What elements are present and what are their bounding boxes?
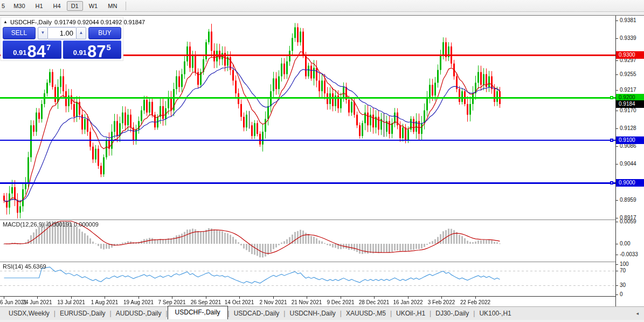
indicator-axis-tick: -0.0033 xyxy=(620,251,638,257)
price-axis-tick: 0.9255 xyxy=(620,71,636,77)
sell-price-display[interactable]: 0.91 84 7 xyxy=(3,40,61,59)
date-axis-label: 26 Sep 2021 xyxy=(191,299,221,305)
sell-price-pip: 7 xyxy=(46,43,51,52)
volume-increase-button[interactable]: ▲ xyxy=(76,27,86,39)
date-axis-label: 1 Aug 2021 xyxy=(91,299,119,305)
price-axis-tick: 0.9217 xyxy=(620,87,636,93)
axis-tick-dash xyxy=(616,90,618,91)
axis-tick-dash xyxy=(616,285,618,286)
chart-tab-eurusd-daily[interactable]: EURUSD-,Daily xyxy=(56,309,110,318)
date-axis-label: 21 Nov 2021 xyxy=(292,299,322,305)
indicator-axis-tick: 100 xyxy=(620,261,629,267)
date-axis-label: 3 Feb 2022 xyxy=(428,299,455,305)
price-tag-0.9300: 0.9300 xyxy=(616,51,644,59)
date-axis-label: 24 Jun 2021 xyxy=(22,299,52,305)
buy-price-big: 87 xyxy=(87,44,106,59)
axis-tick-dash xyxy=(616,264,618,265)
chart-tab-audusd-daily[interactable]: AUDUSD-,Daily xyxy=(112,309,166,318)
buy-price-pip: 5 xyxy=(106,43,110,52)
axis-tick-dash xyxy=(616,294,618,295)
period-button-m30[interactable]: M30 xyxy=(9,1,29,11)
price-axis-tick: 0.9381 xyxy=(620,17,636,23)
date-axis-label: 2 Nov 2021 xyxy=(259,299,287,305)
price-axis-tick: 0.8959 xyxy=(620,197,636,203)
rsi-indicator-label: RSI(14) 45.6369 xyxy=(3,263,46,270)
axis-tick-dash xyxy=(616,111,618,111)
chart-tab-usdchf-daily[interactable]: USDCHF-,Daily xyxy=(168,306,228,319)
chart-window: MACD(12,26,9) -0.000191 0.000009 RSI(14)… xyxy=(0,15,644,306)
trade-panel-header: ▲ USDCHF-,Daily 0.91749 0.92044 0.91492 … xyxy=(1,17,123,26)
period-button-h1[interactable]: H1 xyxy=(31,1,47,11)
axis-tick-dash xyxy=(616,244,618,244)
period-button-5[interactable]: 5 xyxy=(1,1,8,11)
period-button-mn[interactable]: MN xyxy=(103,1,121,11)
chart-tab-usdcad-daily[interactable]: USDCAD-,Daily xyxy=(230,309,284,318)
timeframe-toolbar: 5M30H1H4D1W1MN xyxy=(0,0,644,12)
price-tag-0.9000: 0.9000 xyxy=(616,179,644,187)
indicator-axis-tick: 70 xyxy=(620,268,626,273)
axis-tick-dash xyxy=(616,20,618,21)
date-axis-label: 28 Dec 2021 xyxy=(359,299,390,305)
axis-tick-dash xyxy=(616,164,618,165)
volume-decrease-button[interactable]: ▼ xyxy=(38,27,48,39)
macd-values: -0.000191 0.000009 xyxy=(45,221,98,228)
macd-title: MACD(12,26,9) xyxy=(3,221,44,228)
panel-collapse-icon[interactable]: ▲ xyxy=(3,19,8,24)
symbol-tabbar: USDX,Weekly|EURUSD-,Daily|AUDUSD-,Daily|… xyxy=(0,306,644,320)
axis-tick-dash xyxy=(616,222,618,222)
chart-tab-uk100-h1[interactable]: UK100-,H1 xyxy=(475,309,515,318)
date-axis-label: 7 Sep 2021 xyxy=(158,299,185,305)
axis-tick-dash xyxy=(616,60,618,61)
period-button-h4[interactable]: H4 xyxy=(49,1,65,11)
price-tag-0.9100: 0.9100 xyxy=(616,136,644,144)
macd-indicator-label: MACD(12,26,9) -0.000191 0.000009 xyxy=(3,221,99,228)
price-tag-0.9184: 0.9184 xyxy=(616,100,644,108)
buy-button[interactable]: BUY xyxy=(88,27,121,39)
sell-button[interactable]: SELL xyxy=(3,27,36,39)
price-axis-tick: 0.9044 xyxy=(620,161,636,167)
bottom-strip xyxy=(0,320,644,322)
chart-tab-xauusd-m5[interactable]: XAUUSD-,M5 xyxy=(342,309,390,318)
sell-price-big: 84 xyxy=(27,44,45,59)
price-axis: 0.93810.93390.92970.92550.92170.91700.91… xyxy=(615,16,644,306)
date-axis-label: 22 Feb 2022 xyxy=(460,299,490,305)
panel-ohlc: 0.91749 0.92044 0.91492 0.91847 xyxy=(54,19,145,25)
date-axis-label: 9 Dec 2021 xyxy=(327,299,354,305)
date-axis-label: 13 Jul 2021 xyxy=(57,299,85,305)
axis-tick-dash xyxy=(616,128,618,129)
axis-tick-dash xyxy=(616,271,618,271)
buy-price-prefix: 0.91 xyxy=(73,49,87,57)
chart-tab-usdx-weekly[interactable]: USDX,Weekly xyxy=(4,309,54,318)
price-axis-tick: 0.9339 xyxy=(620,35,636,41)
chart-tab-dj30-daily[interactable]: DJ30-,Daily xyxy=(431,309,473,318)
axis-tick-dash xyxy=(616,38,618,39)
price-axis-tick: 0.9170 xyxy=(620,107,636,113)
chart-tab-usdcnh-daily[interactable]: USDCNH-,Daily xyxy=(285,309,340,318)
axis-tick-dash xyxy=(616,255,618,255)
sell-price-prefix: 0.91 xyxy=(13,49,26,57)
date-axis-label: 19 Aug 2021 xyxy=(123,299,154,305)
date-axis-label: 14 Oct 2021 xyxy=(225,299,254,305)
period-button-d1[interactable]: D1 xyxy=(67,1,83,11)
toolbar-separator xyxy=(126,2,126,10)
axis-tick-dash xyxy=(616,218,618,218)
rsi-title: RSI(14) 45.6369 xyxy=(3,263,46,270)
indicator-axis-tick: 0.00 xyxy=(620,241,630,246)
tab-scroll-left-icon[interactable]: ◂ xyxy=(636,311,639,316)
period-button-w1[interactable]: W1 xyxy=(85,1,102,11)
indicator-axis-tick: 30 xyxy=(620,282,626,288)
volume-input[interactable]: 1.00 xyxy=(48,27,76,39)
one-click-trade-panel: ▲ USDCHF-,Daily 0.91749 0.92044 0.91492 … xyxy=(1,17,123,60)
price-axis-tick: 0.9128 xyxy=(620,125,636,131)
axis-tick-dash xyxy=(616,146,618,147)
chart-tab-ukoil-h1[interactable]: UKOil-,H1 xyxy=(392,309,430,318)
indicator-axis-tick: 0.0059 xyxy=(620,218,636,224)
buy-price-display[interactable]: 0.91 87 5 xyxy=(63,40,122,59)
axis-tick-dash xyxy=(616,74,618,75)
indicator-axis-tick: 0 xyxy=(620,291,623,297)
axis-tick-dash xyxy=(616,200,618,201)
date-axis-label: 16 Jan 2022 xyxy=(393,299,423,305)
panel-symbol: USDCHF-,Daily xyxy=(10,19,52,25)
